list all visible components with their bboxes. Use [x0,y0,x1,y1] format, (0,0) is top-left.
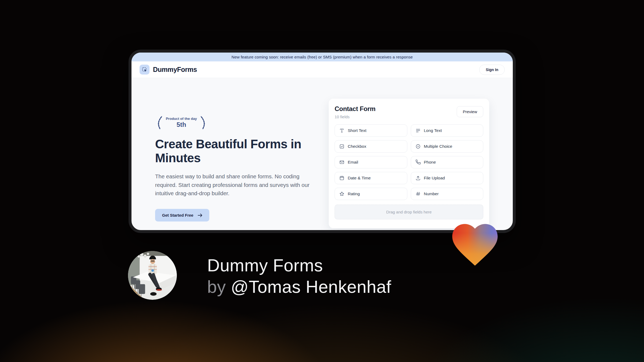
brand: DummyForms [140,65,197,75]
field-type-label: Email [348,160,358,165]
hero-description: The easiest way to build and share onlin… [155,172,312,198]
laurel-left-icon [155,115,163,130]
field-type-date-time[interactable]: Date & Time [335,172,407,184]
form-builder-card: Contact Form 10 fields Preview Short Tex… [329,99,489,228]
form-field-count: 10 fields [335,114,375,119]
file-upload-icon [415,175,421,181]
card-header-text: Contact Form 10 fields [335,105,375,119]
author-avatar [128,251,177,300]
brand-name: DummyForms [153,66,197,73]
form-title: Contact Form [335,105,375,113]
caption-author: @Tomas Henkenhaf [231,277,391,297]
drag-drop-text: Drag and drop fields here [386,210,431,214]
date-time-icon [339,175,345,181]
checkbox-icon [339,144,345,149]
award-rank: 5th [166,121,197,128]
rating-icon [339,191,345,197]
main-content: Product of the day 5th [131,78,513,230]
hero-title: Create Beautiful Forms in Minutes [155,137,312,165]
field-type-label: Checkbox [348,144,366,149]
get-started-label: Get Started Free [162,213,193,217]
hero-section: Product of the day 5th [155,115,312,221]
product-of-the-day-badge: Product of the day 5th [155,115,208,130]
long-text-icon [415,128,421,133]
field-type-label: Phone [424,160,436,165]
field-type-multiple-choice[interactable]: Multiple Choice [411,140,484,153]
field-type-phone[interactable]: Phone [411,156,484,168]
field-type-label: Date & Time [348,176,371,180]
field-type-checkbox[interactable]: Checkbox [335,140,407,153]
field-type-label: Rating [348,191,360,196]
award-label: Product of the day [166,117,197,121]
caption-title: Dummy Forms [207,255,391,276]
field-type-file-upload[interactable]: File Upload [411,172,484,184]
field-type-grid: Short TextLong TextCheckboxMultiple Choi… [335,124,483,200]
field-type-label: Short Text [348,128,367,133]
award-text: Product of the day 5th [166,117,197,128]
field-type-label: Long Text [424,128,442,133]
site-header: DummyForms Sign In [131,61,513,78]
field-type-number[interactable]: Number [411,188,484,200]
field-type-label: Number [424,191,439,196]
brand-logo-icon [140,65,149,75]
field-type-rating[interactable]: Rating [335,188,407,200]
phone-icon [415,160,421,165]
field-type-email[interactable]: Email [335,156,407,168]
browser-window: New feature coming soon: receive emails … [129,50,516,233]
get-started-button[interactable]: Get Started Free [155,209,209,221]
laurel-right-icon [200,115,208,130]
short-text-icon [339,128,345,133]
sign-in-button[interactable]: Sign In [479,65,505,75]
preview-button[interactable]: Preview [457,106,483,117]
field-type-long-text[interactable]: Long Text [411,124,484,137]
caption-author-line: by @Tomas Henkenhaf [207,276,391,298]
multiple-choice-icon [415,144,421,149]
field-type-label: File Upload [424,176,445,180]
caption-by: by [207,277,231,297]
number-icon [415,191,421,197]
email-icon [339,160,345,165]
announcement-banner: New feature coming soon: receive emails … [131,53,513,61]
caption: Dummy Forms by @Tomas Henkenhaf [207,255,391,298]
card-header: Contact Form 10 fields Preview [335,105,483,119]
field-type-short-text[interactable]: Short Text [335,124,407,137]
announcement-text: New feature coming soon: receive emails … [232,55,413,59]
product-hunt-heart-icon [448,217,502,267]
arrow-right-icon [198,213,202,217]
field-type-label: Multiple Choice [424,144,452,149]
